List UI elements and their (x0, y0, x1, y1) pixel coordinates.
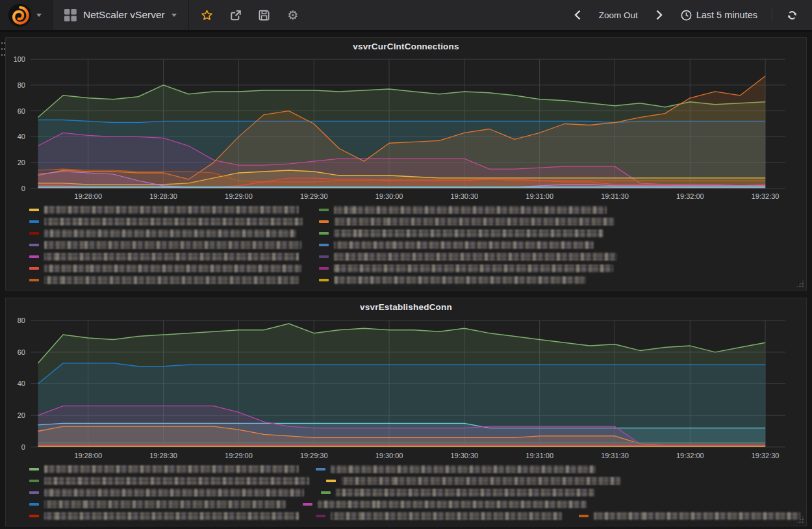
legend-text-redacted (334, 218, 615, 226)
refresh-icon (787, 10, 798, 21)
star-dashboard-button[interactable] (196, 3, 219, 27)
x-tick-label: 19:31:30 (601, 192, 629, 200)
settings-button[interactable]: ⚙ (281, 3, 305, 27)
legend-item[interactable] (319, 264, 613, 272)
legend-item[interactable] (316, 512, 562, 520)
x-tick-label: 19:28:00 (74, 452, 102, 459)
legend-item[interactable] (579, 512, 800, 520)
legend-item[interactable] (29, 218, 319, 226)
refresh-button[interactable] (783, 9, 802, 21)
x-tick-label: 19:29:00 (225, 192, 253, 200)
panel-title[interactable]: vsvrEstablishedConn (6, 298, 806, 314)
legend-swatch-icon (579, 515, 589, 517)
x-tick-label: 19:28:30 (149, 192, 177, 200)
legend-item[interactable] (29, 500, 286, 508)
legend-item[interactable] (321, 489, 594, 497)
x-tick-label: 19:29:30 (300, 452, 328, 459)
legend-text-redacted (44, 264, 301, 272)
legend-text-redacted (331, 512, 562, 520)
legend-text-redacted (44, 218, 303, 226)
legend-row (29, 463, 806, 475)
legend-item[interactable] (29, 229, 319, 237)
legend-row (29, 498, 806, 510)
y-tick-label: 60 (18, 107, 25, 115)
time-range-picker[interactable]: Last 5 minutes (677, 9, 761, 21)
legend-item[interactable] (319, 241, 594, 249)
legend-item[interactable] (326, 477, 620, 485)
time-shift-forward-button[interactable] (652, 9, 666, 21)
dashboards-grid-icon (64, 9, 77, 21)
y-tick-label: 80 (18, 316, 25, 324)
legend-row (29, 487, 806, 498)
legend-swatch-icon (29, 515, 39, 517)
legend-swatch-icon (29, 279, 39, 281)
panel-title[interactable]: vsvrCurClntConnections (6, 38, 806, 53)
chart-legend (6, 203, 806, 290)
legend-text-redacted (334, 241, 594, 249)
legend-text-redacted (318, 500, 587, 508)
legend-row (29, 216, 806, 227)
save-dashboard-button[interactable] (253, 3, 276, 27)
legend-item[interactable] (319, 276, 586, 284)
x-tick-label: 19:29:30 (300, 192, 328, 200)
timeseries-chart[interactable]: 02040608010019:28:0019:28:3019:29:0019:2… (6, 53, 806, 203)
legend-text-redacted (44, 512, 299, 520)
legend-item[interactable] (29, 253, 319, 261)
legend-item[interactable] (319, 218, 615, 226)
legend-item[interactable] (29, 241, 319, 249)
legend-text-redacted (44, 477, 309, 485)
legend-swatch-icon (316, 515, 325, 517)
timeseries-chart[interactable]: 02040608019:28:0019:28:3019:29:0019:29:3… (6, 314, 806, 462)
x-tick-label: 19:31:30 (601, 452, 629, 459)
legend-text-redacted (334, 229, 603, 237)
save-icon (258, 9, 270, 21)
legend-item[interactable] (29, 477, 309, 485)
legend-text-redacted (44, 253, 299, 261)
legend-item[interactable] (29, 465, 299, 473)
legend-item[interactable] (29, 276, 319, 284)
x-tick-label: 19:30:00 (375, 452, 403, 459)
navbar-divider (772, 8, 772, 22)
legend-swatch-icon (29, 480, 39, 482)
dashboard-picker[interactable]: NetScaler vServer (53, 0, 189, 30)
legend-item[interactable] (319, 253, 617, 261)
legend-item[interactable] (29, 264, 319, 272)
legend-item[interactable] (29, 489, 304, 497)
legend-row (29, 274, 806, 286)
legend-text-redacted (44, 465, 299, 473)
legend-item[interactable] (316, 465, 596, 473)
chevron-left-icon (574, 10, 581, 20)
panel-vsvrCurClntConnections: vsvrCurClntConnections 02040608010019:28… (5, 37, 807, 290)
legend-text-redacted (44, 206, 299, 214)
x-tick-label: 19:31:00 (526, 452, 553, 459)
legend-row (29, 204, 806, 216)
legend-text-redacted (594, 512, 800, 520)
legend-item[interactable] (319, 206, 607, 214)
legend-item[interactable] (303, 500, 587, 508)
y-tick-label: 60 (18, 348, 25, 356)
share-dashboard-button[interactable] (224, 3, 247, 27)
y-tick-label: 0 (21, 443, 25, 451)
legend-text-redacted (44, 489, 304, 497)
time-shift-back-button[interactable] (570, 9, 585, 21)
zoom-out-button[interactable]: Zoom Out (595, 10, 642, 21)
legend-item[interactable] (29, 206, 319, 214)
grafana-logo-icon (8, 3, 32, 27)
legend-swatch-icon (319, 244, 329, 246)
legend-text-redacted (341, 477, 620, 485)
legend-swatch-icon (29, 468, 39, 471)
legend-text-redacted (44, 276, 299, 284)
dashboard-grid: vsvrCurClntConnections 02040608010019:28… (0, 32, 812, 526)
legend-item[interactable] (29, 512, 299, 520)
logo-dropdown-caret-icon (36, 14, 42, 17)
y-tick-label: 0 (21, 185, 25, 192)
x-tick-label: 19:30:30 (451, 192, 479, 200)
x-tick-label: 19:28:30 (149, 452, 177, 459)
grafana-logo-button[interactable] (0, 0, 53, 30)
legend-swatch-icon (319, 279, 329, 281)
legend-item[interactable] (319, 229, 603, 237)
clock-icon (681, 10, 692, 21)
y-tick-label: 80 (18, 81, 25, 89)
x-tick-label: 19:30:30 (451, 452, 479, 459)
share-icon (229, 9, 242, 21)
